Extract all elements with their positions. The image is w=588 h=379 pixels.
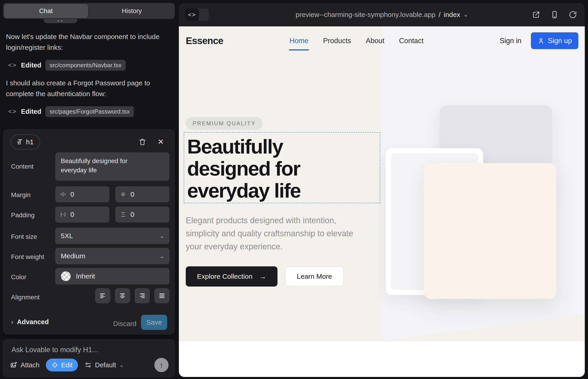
edited-label: Edited <box>21 108 42 115</box>
open-in-new-tab-button[interactable] <box>532 11 540 19</box>
preview-topbar: <> preview--charming-site-symphony.lovab… <box>179 3 585 26</box>
explore-collection-label: Explore Collection <box>197 272 252 280</box>
margin-horizontal-icon <box>60 191 66 198</box>
close-icon: ✕ <box>158 137 164 146</box>
scrolled-badge: ·· <box>44 19 77 23</box>
sign-up-button[interactable]: Sign up <box>531 32 578 49</box>
target-icon <box>51 362 58 368</box>
mobile-view-button[interactable] <box>550 11 559 19</box>
send-button[interactable]: ↑ <box>154 358 169 372</box>
font-size-value: 5XL <box>61 232 73 240</box>
preview-pane: <> preview--charming-site-symphony.lovab… <box>179 3 585 377</box>
tab-chat[interactable]: Chat <box>4 4 88 18</box>
sliders-icon <box>84 361 92 369</box>
edited-file-row[interactable]: <> Edited src/pages/ForgotPassword.tsx <box>8 106 134 117</box>
chat-history-tabbar: Chat History <box>3 3 175 19</box>
mode-select[interactable]: Default ⌄ <box>84 361 124 369</box>
scrolled-badge-dots: ·· <box>57 19 64 23</box>
nav-link-contact[interactable]: Contact <box>399 37 424 45</box>
align-right-icon <box>138 292 146 300</box>
margin-x-value: 0 <box>70 190 74 198</box>
site-logo[interactable]: Essence <box>186 26 223 55</box>
site-viewport: Essence Home Products About Contact Sign… <box>179 26 585 377</box>
hero-cta-row: Explore Collection → Learn More <box>186 266 344 286</box>
align-right-button[interactable] <box>135 288 150 303</box>
edit-label: Edit <box>61 361 73 369</box>
element-editor-panel: тT h1 ✕ Content Beautifully designed for… <box>3 129 175 334</box>
color-select[interactable]: Inherit <box>55 268 170 284</box>
code-icon: <> <box>8 62 17 69</box>
font-weight-value: Medium <box>61 252 85 260</box>
attach-button[interactable]: Attach <box>10 361 39 369</box>
padding-y-input[interactable]: 0 <box>115 206 170 222</box>
padding-y-value: 0 <box>130 211 134 218</box>
save-button[interactable]: Save <box>141 315 167 330</box>
align-left-button[interactable] <box>95 288 110 303</box>
margin-y-value: 0 <box>130 190 134 198</box>
below-hero-section <box>179 341 585 377</box>
chevron-down-icon: ⌄ <box>119 362 124 368</box>
close-panel-button[interactable]: ✕ <box>156 137 166 147</box>
sign-up-label: Sign up <box>548 37 572 45</box>
chat-composer[interactable]: Ask Lovable to modify H1... Attach <box>3 339 175 377</box>
edited-label: Edited <box>21 62 42 69</box>
font-size-select[interactable]: 5XL ⌄ <box>55 228 170 244</box>
arrow-right-icon: → <box>259 272 266 281</box>
font-size-label: Font size <box>11 233 37 240</box>
element-tag-label: h1 <box>26 138 33 146</box>
arrow-up-icon: ↑ <box>160 361 164 370</box>
padding-x-input[interactable]: 0 <box>55 206 109 222</box>
font-weight-select[interactable]: Medium ⌄ <box>55 248 170 264</box>
learn-more-label: Learn More <box>297 272 332 280</box>
align-center-icon <box>119 292 126 300</box>
nav-link-home[interactable]: Home <box>289 37 309 45</box>
sign-in-link[interactable]: Sign in <box>500 26 522 55</box>
padding-label: Padding <box>11 211 35 219</box>
type-icon: тT <box>17 138 22 146</box>
composer-placeholder[interactable]: Ask Lovable to modify H1... <box>12 346 98 354</box>
decor-card-cream <box>424 163 556 299</box>
margin-label: Margin <box>11 191 31 199</box>
font-weight-label: Font weight <box>11 253 44 261</box>
delete-element-button[interactable] <box>137 137 147 147</box>
chevron-right-icon: › <box>11 318 13 326</box>
chevron-down-icon: ⌄ <box>159 232 164 239</box>
advanced-label: Advanced <box>17 318 49 326</box>
tab-history[interactable]: History <box>90 4 174 18</box>
url-page: index <box>444 11 460 19</box>
nav-link-products[interactable]: Products <box>323 37 351 45</box>
content-value: Beautifully designed for everyday life <box>61 157 148 175</box>
preview-url-bar[interactable]: preview--charming-site-symphony.lovable.… <box>179 3 585 26</box>
padding-horizontal-icon <box>60 211 66 218</box>
trash-icon <box>138 138 147 146</box>
selected-element-pill[interactable]: тT h1 <box>11 134 40 150</box>
align-justify-icon <box>158 292 166 300</box>
advanced-toggle[interactable]: › Advanced <box>11 318 49 326</box>
diagonal-cream-wedge <box>382 314 585 341</box>
site-nav-links: Home Products About Contact <box>289 26 424 55</box>
hero-heading[interactable]: Beautifully designed for everyday life <box>187 136 366 202</box>
margin-x-input[interactable]: 0 <box>55 186 109 202</box>
discard-button[interactable]: Discard <box>113 320 137 328</box>
chevron-down-icon: ⌄ <box>464 12 468 18</box>
align-center-button[interactable] <box>115 288 130 303</box>
edited-file-row[interactable]: <> Edited src/components/Navbar.tsx <box>8 59 126 71</box>
margin-y-input[interactable]: 0 <box>115 186 170 202</box>
align-left-icon <box>99 292 107 300</box>
color-swatch-icon <box>61 271 71 281</box>
nav-link-about[interactable]: About <box>366 37 384 45</box>
file-path-badge[interactable]: src/components/Navbar.tsx <box>46 60 126 71</box>
explore-collection-button[interactable]: Explore Collection → <box>186 266 278 286</box>
chat-message: Now let's update the Navbar component to… <box>6 31 167 53</box>
padding-vertical-icon <box>120 211 126 218</box>
learn-more-button[interactable]: Learn More <box>285 266 344 286</box>
content-input[interactable]: Beautifully designed for everyday life <box>55 152 170 181</box>
align-justify-button[interactable] <box>154 288 170 303</box>
url-domain: preview--charming-site-symphony.lovable.… <box>296 11 435 19</box>
file-path-badge[interactable]: src/pages/ForgotPassword.tsx <box>46 106 134 117</box>
edit-mode-button[interactable]: Edit <box>46 359 78 371</box>
alignment-button-group <box>55 288 170 303</box>
refresh-button[interactable] <box>569 11 577 19</box>
color-value: Inherit <box>76 272 95 280</box>
content-label: Content <box>11 163 33 170</box>
